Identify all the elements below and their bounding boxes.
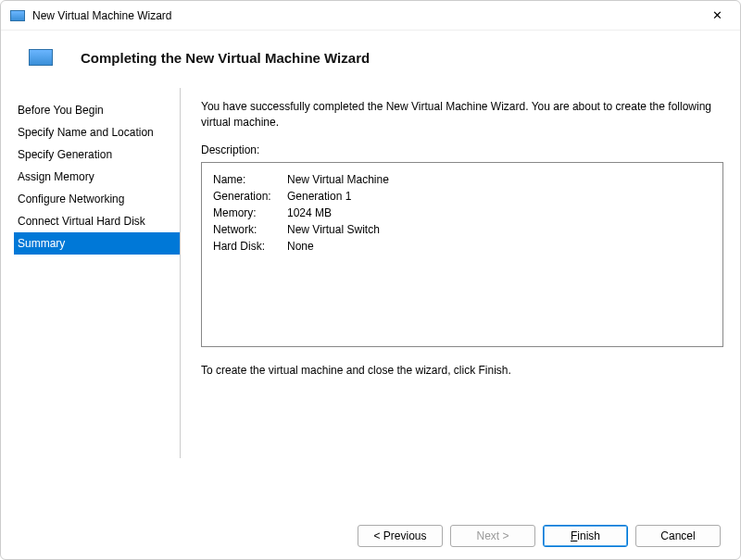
wizard-header: Completing the New Virtual Machine Wizar… bbox=[1, 31, 740, 88]
summary-harddisk-label: Hard Disk: bbox=[213, 239, 285, 254]
step-specify-generation[interactable]: Specify Generation bbox=[14, 143, 180, 166]
summary-generation-value: Generation 1 bbox=[287, 189, 395, 204]
previous-button[interactable]: < Previous bbox=[358, 525, 443, 547]
cancel-button[interactable]: Cancel bbox=[635, 525, 721, 547]
next-button: Next > bbox=[450, 525, 535, 547]
step-connect-virtual-hard-disk[interactable]: Connect Virtual Hard Disk bbox=[14, 210, 180, 232]
close-icon[interactable]: ✕ bbox=[703, 8, 731, 22]
table-row: Generation: Generation 1 bbox=[213, 189, 395, 204]
summary-name-label: Name: bbox=[213, 172, 285, 187]
wizard-steps-sidebar: Before You Begin Specify Name and Locati… bbox=[14, 88, 181, 458]
step-before-you-begin[interactable]: Before You Begin bbox=[14, 99, 180, 121]
window-title: New Virtual Machine Wizard bbox=[32, 9, 703, 22]
closing-text: To create the virtual machine and close … bbox=[201, 364, 723, 377]
wizard-footer: < Previous Next > Finish Cancel bbox=[358, 525, 721, 547]
summary-name-value: New Virtual Machine bbox=[287, 172, 395, 187]
description-label: Description: bbox=[201, 143, 723, 156]
table-row: Name: New Virtual Machine bbox=[213, 172, 395, 187]
step-assign-memory[interactable]: Assign Memory bbox=[14, 166, 180, 188]
summary-memory-value: 1024 MB bbox=[287, 205, 395, 220]
app-icon bbox=[10, 10, 25, 21]
finish-button[interactable]: Finish bbox=[543, 525, 628, 547]
table-row: Hard Disk: None bbox=[213, 239, 395, 254]
page-title: Completing the New Virtual Machine Wizar… bbox=[81, 50, 370, 66]
summary-generation-label: Generation: bbox=[213, 189, 285, 204]
step-summary[interactable]: Summary bbox=[14, 232, 180, 255]
summary-network-value: New Virtual Switch bbox=[287, 222, 395, 237]
intro-text: You have successfully completed the New … bbox=[201, 99, 723, 131]
summary-table: Name: New Virtual Machine Generation: Ge… bbox=[211, 170, 396, 255]
monitor-icon bbox=[29, 49, 53, 66]
wizard-main-panel: You have successfully completed the New … bbox=[181, 88, 727, 458]
summary-memory-label: Memory: bbox=[213, 205, 285, 220]
titlebar: New Virtual Machine Wizard ✕ bbox=[1, 1, 740, 31]
step-configure-networking[interactable]: Configure Networking bbox=[14, 188, 180, 210]
summary-harddisk-value: None bbox=[287, 239, 395, 254]
description-box: Name: New Virtual Machine Generation: Ge… bbox=[201, 162, 723, 347]
table-row: Memory: 1024 MB bbox=[213, 205, 395, 220]
table-row: Network: New Virtual Switch bbox=[213, 222, 395, 237]
step-specify-name-location[interactable]: Specify Name and Location bbox=[14, 121, 180, 143]
summary-network-label: Network: bbox=[213, 222, 285, 237]
